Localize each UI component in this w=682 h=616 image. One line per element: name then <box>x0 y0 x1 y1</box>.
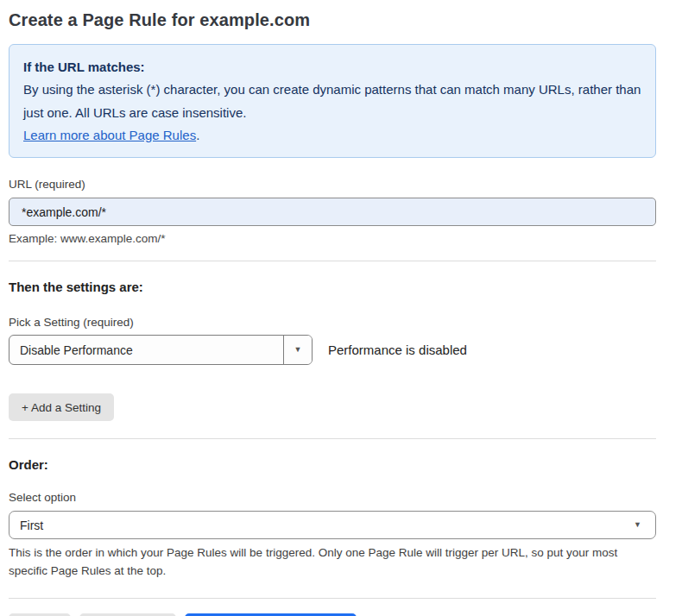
divider <box>9 261 656 261</box>
order-select-label: Select option <box>9 491 656 504</box>
learn-more-link[interactable]: Learn more about Page Rules <box>23 128 196 142</box>
order-select[interactable]: First ▼ <box>9 511 656 539</box>
page-title: Create a Page Rule for example.com <box>9 10 656 30</box>
setting-select-value: Disable Performance <box>9 336 283 364</box>
info-callout-heading: If the URL matches: <box>23 56 641 79</box>
setting-select-arrow-button[interactable]: ▼ <box>283 336 312 364</box>
order-help-text: This is the order in which your Page Rul… <box>9 544 652 581</box>
settings-section-heading: Then the settings are: <box>9 280 656 294</box>
chevron-down-icon: ▼ <box>294 346 302 354</box>
create-page-rule-form: Create a Page Rule for example.com If th… <box>0 0 682 616</box>
order-section-heading: Order: <box>9 457 656 472</box>
setting-picker-row: Disable Performance ▼ Performance is dis… <box>9 335 656 365</box>
setting-picker-label: Pick a Setting (required) <box>9 316 656 329</box>
info-callout-link-line: Learn more about Page Rules. <box>23 124 641 147</box>
order-select-value: First <box>20 519 634 532</box>
chevron-down-icon: ▼ <box>634 521 641 529</box>
setting-status-text: Performance is disabled <box>328 343 467 357</box>
info-callout-body: By using the asterisk (*) character, you… <box>23 79 641 124</box>
url-input[interactable] <box>9 198 656 226</box>
add-setting-button[interactable]: + Add a Setting <box>9 393 114 421</box>
url-match-info-callout: If the URL matches: By using the asteris… <box>9 44 656 158</box>
url-field-label: URL (required) <box>9 178 656 191</box>
setting-select[interactable]: Disable Performance ▼ <box>9 335 313 365</box>
divider <box>9 438 656 439</box>
divider <box>9 598 656 599</box>
link-period: . <box>196 128 199 142</box>
url-example-text: Example: www.example.com/* <box>9 232 656 245</box>
